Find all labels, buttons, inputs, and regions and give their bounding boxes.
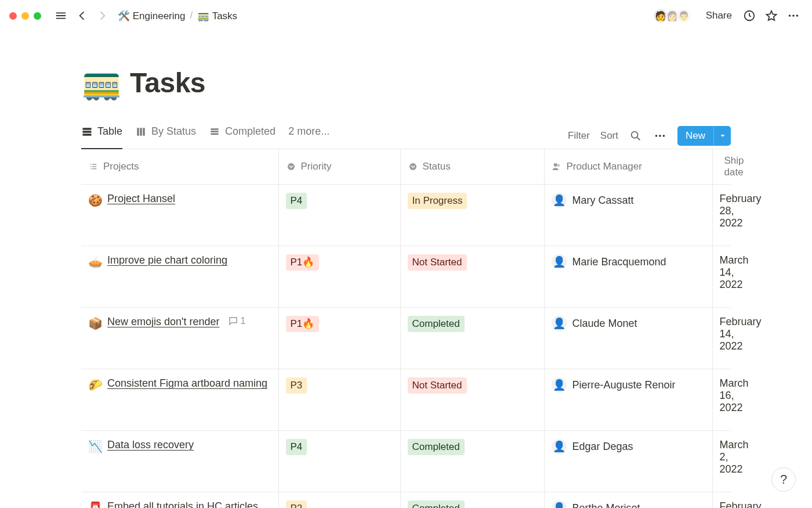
back-button[interactable] xyxy=(72,6,91,25)
priority-tag: P4 xyxy=(286,193,307,209)
table-row[interactable]: 📦New emojis don't render1P1🔥Completed👤Cl… xyxy=(81,308,731,369)
svg-point-8 xyxy=(288,163,295,170)
cell-project[interactable]: 📦New emojis don't render1 xyxy=(81,308,278,369)
status-tag: Not Started xyxy=(408,254,467,271)
pm-name: Pierre-Auguste Renoir xyxy=(572,379,676,391)
search-icon[interactable] xyxy=(629,129,643,143)
forward-button[interactable] xyxy=(93,6,112,25)
breadcrumb-label: Tasks xyxy=(212,10,237,21)
cell-pm[interactable]: 👤Marie Bracquemond xyxy=(544,246,712,308)
updates-icon[interactable] xyxy=(740,6,759,25)
minimize-window-button[interactable] xyxy=(21,12,29,20)
new-button[interactable]: New xyxy=(677,126,731,146)
cell-status[interactable]: Not Started xyxy=(400,246,544,308)
cell-shipdate[interactable]: March 14, 2022 xyxy=(712,246,731,308)
cell-project[interactable]: 🍪Project Hansel xyxy=(81,185,278,246)
table-row[interactable]: 📉Data loss recoveryP4Completed👤Edgar Deg… xyxy=(81,431,731,492)
cell-pm[interactable]: 👤Berthe Morisot xyxy=(544,492,712,509)
help-button[interactable]: ? xyxy=(771,467,796,492)
maximize-window-button[interactable] xyxy=(34,12,41,20)
cell-status[interactable]: In Progress xyxy=(400,185,544,246)
cell-pm[interactable]: 👤Claude Monet xyxy=(544,308,712,369)
svg-point-3 xyxy=(796,15,799,17)
tasks-table: Projects Priority Status Product Manager… xyxy=(81,149,731,508)
column-label: Projects xyxy=(103,161,139,172)
project-title: Consistent Figma artboard naming xyxy=(107,377,267,390)
avatar: 👨 xyxy=(676,8,692,24)
cell-priority[interactable]: P3 xyxy=(278,369,400,431)
comment-count[interactable]: 1 xyxy=(228,316,246,326)
breadcrumb-icon: 🚃 xyxy=(197,10,209,21)
cell-status[interactable]: Completed xyxy=(400,431,544,492)
cell-shipdate[interactable]: March 16, 2022 xyxy=(712,369,731,431)
page-title[interactable]: Tasks xyxy=(130,67,205,99)
view-tab-completed[interactable]: Completed xyxy=(209,123,276,149)
cell-pm[interactable]: 👤Mary Cassatt xyxy=(544,185,712,246)
column-header-pm[interactable]: Product Manager xyxy=(544,149,712,185)
cell-priority[interactable]: P2 xyxy=(278,492,400,509)
view-options-icon[interactable] xyxy=(653,129,667,143)
table-row[interactable]: 🥧Improve pie chart coloringP1🔥Not Starte… xyxy=(81,246,731,308)
favorite-icon[interactable] xyxy=(762,6,781,25)
page-body: 🚃 Tasks Table By Status Completed 2 more… xyxy=(0,63,812,508)
table-row[interactable]: 🌮Consistent Figma artboard namingP3Not S… xyxy=(81,369,731,431)
sort-button[interactable]: Sort xyxy=(600,130,618,142)
svg-point-1 xyxy=(789,15,791,17)
cell-project[interactable]: 🌮Consistent Figma artboard naming xyxy=(81,369,278,431)
presence-avatars[interactable]: 🧑 👩 👨 xyxy=(652,8,692,24)
pm-avatar: 👤 xyxy=(552,439,567,454)
svg-point-10 xyxy=(553,163,557,167)
svg-point-6 xyxy=(659,135,661,137)
breadcrumb-label: Engineering xyxy=(133,10,186,21)
breadcrumb-item[interactable]: 🚃 Tasks xyxy=(197,10,237,22)
view-tab-label: By Status xyxy=(151,125,196,138)
cell-status[interactable]: Completed xyxy=(400,308,544,369)
pm-name: Edgar Degas xyxy=(572,441,633,453)
cell-pm[interactable]: 👤Pierre-Auguste Renoir xyxy=(544,369,712,431)
cell-status[interactable]: Completed xyxy=(400,492,544,509)
cell-shipdate[interactable]: February 9, 2022 xyxy=(712,492,731,509)
cell-shipdate[interactable]: March 2, 2022 xyxy=(712,431,731,492)
breadcrumb: 🛠️ Engineering / 🚃 Tasks xyxy=(118,10,237,22)
priority-tag: P1🔥 xyxy=(286,316,320,332)
filter-button[interactable]: Filter xyxy=(568,130,590,142)
page-icon[interactable]: 🚃 xyxy=(81,63,122,102)
cell-shipdate[interactable]: February 28, 2022 xyxy=(712,185,731,246)
pm-avatar: 👤 xyxy=(552,316,567,331)
cell-pm[interactable]: 👤Edgar Degas xyxy=(544,431,712,492)
column-header-priority[interactable]: Priority xyxy=(278,149,400,185)
cell-project[interactable]: 📮Embed all tutorials in HC articles xyxy=(81,492,278,509)
more-icon[interactable] xyxy=(784,6,803,25)
pm-name: Marie Bracquemond xyxy=(572,256,666,268)
view-tab-by-status[interactable]: By Status xyxy=(135,123,196,149)
status-tag: In Progress xyxy=(408,193,467,209)
breadcrumb-item[interactable]: 🛠️ Engineering xyxy=(118,10,185,22)
view-tab-label: Table xyxy=(97,125,122,138)
cell-shipdate[interactable]: February 14, 2022 xyxy=(712,308,731,369)
chevron-down-icon[interactable] xyxy=(713,126,731,146)
views-bar: Table By Status Completed 2 more... Filt… xyxy=(81,123,731,149)
pm-avatar: 👤 xyxy=(552,193,567,208)
column-header-status[interactable]: Status xyxy=(400,149,544,185)
column-header-shipdate[interactable]: Ship date xyxy=(712,149,731,185)
cell-priority[interactable]: P4 xyxy=(278,431,400,492)
cell-project[interactable]: 🥧Improve pie chart coloring xyxy=(81,246,278,308)
share-button[interactable]: Share xyxy=(700,8,738,24)
view-tab-label: Completed xyxy=(225,125,276,138)
cell-priority[interactable]: P1🔥 xyxy=(278,308,400,369)
view-tab-table[interactable]: Table xyxy=(81,123,122,149)
cell-status[interactable]: Not Started xyxy=(400,369,544,431)
table-row[interactable]: 📮Embed all tutorials in HC articlesP2Com… xyxy=(81,492,731,509)
cell-project[interactable]: 📉Data loss recovery xyxy=(81,431,278,492)
sidebar-toggle-icon[interactable] xyxy=(52,6,70,25)
status-tag: Completed xyxy=(408,439,465,455)
column-label: Ship date xyxy=(724,155,744,178)
column-header-projects[interactable]: Projects xyxy=(81,149,278,185)
close-window-button[interactable] xyxy=(9,12,17,20)
table-row[interactable]: 🍪Project HanselP4In Progress👤Mary Cassat… xyxy=(81,185,731,246)
view-tab-more[interactable]: 2 more... xyxy=(288,123,329,149)
priority-tag: P2 xyxy=(286,500,307,508)
cell-priority[interactable]: P1🔥 xyxy=(278,246,400,308)
column-label: Status xyxy=(423,161,451,172)
cell-priority[interactable]: P4 xyxy=(278,185,400,246)
